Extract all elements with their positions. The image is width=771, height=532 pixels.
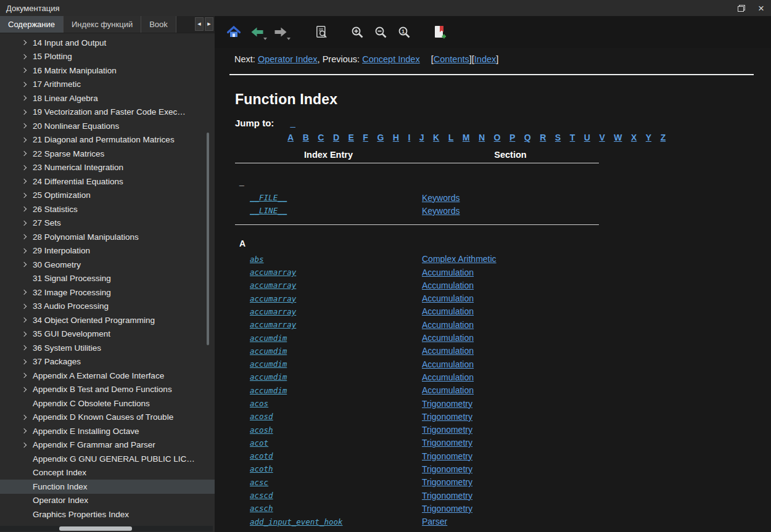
function-link[interactable]: accumarray xyxy=(250,268,296,277)
expand-chevron-icon[interactable] xyxy=(22,345,27,350)
vertical-scrollbar-thumb[interactable] xyxy=(207,133,209,345)
expand-chevron-icon[interactable] xyxy=(22,151,27,156)
tree-item[interactable]: 17 Arithmetic xyxy=(0,78,215,92)
section-link[interactable]: Accumulation xyxy=(422,320,474,330)
expand-chevron-icon[interactable] xyxy=(22,373,27,378)
tree-item[interactable]: 37 Packages xyxy=(0,355,215,369)
tree-item[interactable]: 31 Signal Processing xyxy=(0,272,215,286)
expand-chevron-icon[interactable] xyxy=(22,207,27,211)
zoom-in-button[interactable] xyxy=(347,22,368,43)
jump-letter-link[interactable]: X xyxy=(631,133,637,142)
expand-chevron-icon[interactable] xyxy=(22,428,27,433)
jump-letter-link[interactable]: B xyxy=(303,133,309,142)
previous-link[interactable]: Concept Index xyxy=(362,54,420,64)
tree-item[interactable]: 28 Polynomial Manipulations xyxy=(0,230,215,244)
function-link[interactable]: accumdim xyxy=(250,334,287,343)
tab-scroll-right-button[interactable]: ▶ xyxy=(205,17,213,31)
bookmark-button[interactable] xyxy=(429,22,450,43)
jump-letter-link[interactable]: K xyxy=(433,133,439,142)
horizontal-scrollbar-thumb[interactable] xyxy=(59,526,132,531)
tree-item[interactable]: 15 Plotting xyxy=(0,50,215,64)
jump-letter-link[interactable]: S xyxy=(555,133,561,142)
expand-chevron-icon[interactable] xyxy=(22,248,27,253)
section-link[interactable]: Accumulation xyxy=(422,306,474,316)
function-link[interactable]: acosh xyxy=(250,425,273,435)
jump-letter-link[interactable]: W xyxy=(614,133,622,142)
forward-button[interactable] xyxy=(270,22,291,43)
tree-item[interactable]: 22 Sparse Matrices xyxy=(0,147,215,161)
zoom-original-button[interactable]: 1 xyxy=(394,22,414,43)
tree-item[interactable]: Appendix C Obsolete Functions xyxy=(0,396,215,411)
tree-item[interactable]: Appendix B Test and Demo Functions xyxy=(0,383,215,397)
function-link[interactable]: __LINE__ xyxy=(250,206,287,215)
jump-letter-link[interactable]: E xyxy=(348,133,354,142)
jump-letter-link[interactable]: H xyxy=(393,133,399,142)
tree-item[interactable]: Appendix F Grammar and Parser xyxy=(0,438,215,452)
tab-scroll-left-button[interactable]: ◀ xyxy=(195,17,204,31)
next-link[interactable]: Operator Index xyxy=(258,54,318,64)
tree-item[interactable]: 18 Linear Algebra xyxy=(0,91,215,105)
function-link[interactable]: abs xyxy=(250,255,264,264)
expand-chevron-icon[interactable] xyxy=(22,359,27,364)
tree-item[interactable]: 14 Input and Output xyxy=(0,36,215,50)
jump-letter-link[interactable]: I xyxy=(408,133,410,142)
tree-item[interactable]: 26 Statistics xyxy=(0,202,215,216)
expand-chevron-icon[interactable] xyxy=(22,165,27,170)
expand-chevron-icon[interactable] xyxy=(22,123,27,128)
function-link[interactable]: acscd xyxy=(250,491,273,500)
function-link[interactable]: accumdim xyxy=(250,386,287,395)
expand-chevron-icon[interactable] xyxy=(22,179,27,184)
jump-letter-link[interactable]: T xyxy=(570,133,575,142)
section-link[interactable]: Accumulation xyxy=(422,372,474,382)
section-link[interactable]: Trigonometry xyxy=(422,477,472,487)
section-link[interactable]: Complex Arithmetic xyxy=(422,254,497,264)
tree-item[interactable]: 21 Diagonal and Permutation Matrices xyxy=(0,133,215,147)
jump-letter-link[interactable]: Z xyxy=(661,133,666,142)
jump-letter-link[interactable]: M xyxy=(463,133,470,142)
tree-item[interactable]: 32 Image Processing xyxy=(0,285,215,300)
jump-letter-link[interactable]: U xyxy=(584,133,590,142)
expand-chevron-icon[interactable] xyxy=(22,443,27,448)
sidebar-horizontal-scrollbar[interactable] xyxy=(0,526,213,531)
tree-item[interactable]: 25 Optimization xyxy=(0,189,215,203)
section-link[interactable]: Trigonometry xyxy=(422,412,472,422)
tree-item[interactable]: 23 Numerical Integration xyxy=(0,161,215,175)
jump-underscore-link[interactable]: _ xyxy=(291,118,295,128)
index-link[interactable]: Index xyxy=(474,54,496,64)
function-link[interactable]: __FILE__ xyxy=(250,193,287,202)
expand-chevron-icon[interactable] xyxy=(22,221,27,226)
tree-item[interactable]: Appendix D Known Causes of Trouble xyxy=(0,411,215,425)
sidebar-tab[interactable]: Индекс функций xyxy=(64,16,141,33)
section-link[interactable]: Trigonometry xyxy=(422,425,472,435)
jump-letter-link[interactable]: D xyxy=(333,133,339,142)
tree-item[interactable]: 34 Object Oriented Programming xyxy=(0,313,215,327)
tree-item[interactable]: 24 Differential Equations xyxy=(0,174,215,189)
back-button[interactable] xyxy=(247,22,268,43)
tree-item[interactable]: 16 Matrix Manipulation xyxy=(0,63,215,78)
jump-letter-link[interactable]: P xyxy=(509,133,515,142)
expand-chevron-icon[interactable] xyxy=(22,317,27,322)
section-link[interactable]: Accumulation xyxy=(422,293,474,303)
expand-chevron-icon[interactable] xyxy=(22,304,27,309)
tree-item[interactable]: Concept Index xyxy=(0,466,215,480)
section-link[interactable]: Trigonometry xyxy=(422,451,472,461)
expand-chevron-icon[interactable] xyxy=(22,96,27,100)
tree-item[interactable]: 36 System Utilities xyxy=(0,341,215,355)
section-link[interactable]: Accumulation xyxy=(422,333,474,343)
expand-chevron-icon[interactable] xyxy=(22,137,27,142)
jump-letter-link[interactable]: F xyxy=(363,133,368,142)
function-link[interactable]: acot xyxy=(250,438,268,448)
jump-letter-link[interactable]: R xyxy=(540,133,546,142)
jump-letter-link[interactable]: Y xyxy=(646,133,651,142)
restore-button[interactable] xyxy=(732,0,751,16)
expand-chevron-icon[interactable] xyxy=(22,387,27,392)
tree-item[interactable]: 30 Geometry xyxy=(0,258,215,272)
section-link[interactable]: Trigonometry xyxy=(422,464,472,474)
contents-link[interactable]: Contents xyxy=(434,54,469,64)
function-link[interactable]: add_input_event_hook xyxy=(250,517,343,526)
function-link[interactable]: accumarray xyxy=(250,294,296,303)
section-link[interactable]: Parser xyxy=(422,517,447,526)
tree-item[interactable]: 33 Audio Processing xyxy=(0,300,215,314)
tree-item[interactable]: Graphics Properties Index xyxy=(0,507,215,522)
function-link[interactable]: accumdim xyxy=(250,372,287,382)
